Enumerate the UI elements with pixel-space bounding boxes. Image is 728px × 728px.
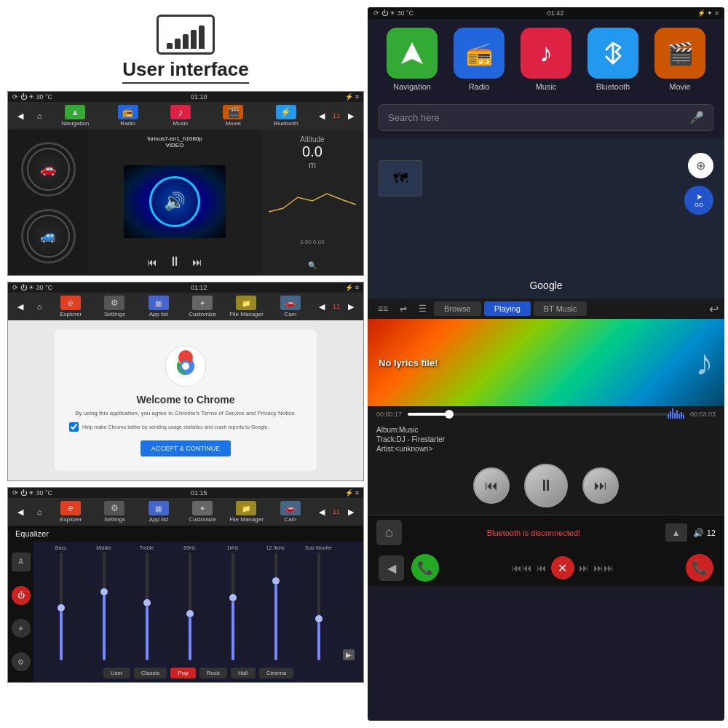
nav2-next-btn[interactable]: ▶ (343, 298, 359, 314)
nav3-settings[interactable]: ⚙ Settings (94, 501, 135, 523)
app-radio[interactable]: 📻 Radio (454, 28, 505, 91)
nav3-filemanager[interactable]: 📁 File Manager (226, 501, 266, 523)
eq-preset-user[interactable]: User (103, 668, 130, 678)
location-btn[interactable]: ⊕ (688, 153, 713, 178)
nav-music[interactable]: ♪ Music (156, 105, 205, 127)
go-btn[interactable]: ➤ GO (684, 186, 713, 215)
eq-preset-pop[interactable]: Pop (170, 668, 195, 678)
search-small-icon[interactable]: 🔍 (308, 261, 317, 269)
app-music[interactable]: ♪ Music (521, 28, 571, 91)
scroll-up-btn[interactable]: ▲ (665, 523, 687, 542)
search-placeholder: Search here (388, 112, 440, 123)
nav2-filemanager[interactable]: 📁 File Manager (226, 296, 266, 317)
speed-gauge: 🚗 (21, 142, 76, 197)
nav2-customize[interactable]: ✦ Customize (182, 296, 223, 317)
bt-forward-icon[interactable]: ⏭ (579, 562, 589, 574)
nav-radio[interactable]: 📻 Radio (103, 105, 152, 127)
waveform-viz (668, 407, 684, 419)
progress-bar[interactable] (408, 413, 684, 416)
tab-browse[interactable]: Browse (434, 301, 481, 316)
nav2-settings[interactable]: ⚙ Settings (94, 296, 135, 317)
bt-rewind-icon[interactable]: ⏮ (537, 562, 547, 574)
nav-back-btn[interactable]: ◀ (12, 108, 28, 124)
play-pause-btn[interactable]: ⏸ (168, 254, 181, 269)
chrome-accept-btn[interactable]: ACCEPT & CONTINUE (141, 440, 231, 456)
chrome-checkbox[interactable] (69, 422, 79, 432)
nav2-cam[interactable]: 🚗 Cam (270, 296, 311, 317)
radio-app-icon: 📻 (454, 28, 505, 79)
list-icon[interactable]: ☰ (414, 301, 431, 316)
app-bluetooth[interactable]: Bluetooth (587, 28, 638, 91)
nav-triangle-icon (397, 39, 427, 68)
screen1-navbar: ◀ ⌂ ▲ Navigation 📻 Radio ♪ Music 🎬 Movie… (8, 102, 363, 130)
track-label: Track:DJ - Firestarter (376, 435, 716, 444)
nav-next-btn[interactable]: ▶ (343, 108, 359, 124)
eq-preset-hall[interactable]: Hall (231, 668, 256, 678)
play-btn[interactable]: ⏸ (524, 464, 568, 507)
prev-track-btn[interactable]: ⏮ (147, 256, 157, 268)
nav3-next-btn[interactable]: ▶ (343, 504, 359, 520)
bt-media-controls: ⏮⏮ ⏮ ✕ ⏭ ⏭⏭ (446, 556, 678, 579)
screenshot-video: ⟳ ⏻ ☀ 30 °C 01:10 ⚡ ≡ ◀ ⌂ ▲ Navigation 📻… (7, 91, 364, 276)
search-bar[interactable]: Search here 🎤 (379, 104, 713, 131)
eq-preset-cinema[interactable]: Cinema (259, 668, 294, 678)
tab-playing[interactable]: Playing (484, 301, 531, 316)
eq-icon[interactable]: ≡≡ (373, 301, 392, 316)
nav2-prev-btn[interactable]: ◀ (314, 298, 330, 314)
next-track-btn[interactable]: ⏭ (192, 256, 202, 268)
music-visualizer: 🔊 (124, 165, 226, 238)
eq-preset-rock[interactable]: Rock (199, 668, 227, 678)
back-btn[interactable]: ◀ (379, 555, 404, 581)
music-back-icon[interactable]: ↩ (709, 302, 719, 316)
eq-expand-btn[interactable]: ▶ (343, 649, 355, 660)
eq-band-bass: Bass (41, 545, 81, 660)
right-statusbar: ⟳ ⏻ ☀ 30 °C 01:42 ⚡ ✦ ≡ (368, 7, 724, 19)
rpm-gauge: 🚙 (21, 209, 76, 264)
nav-prev-btn[interactable]: ◀ (314, 108, 330, 124)
prev-btn[interactable]: ⏮ (473, 467, 510, 504)
signal-bars-icon (157, 15, 215, 55)
nav3-home-btn[interactable]: ⌂ (31, 504, 47, 520)
app-movie[interactable]: 🎬 Movie (654, 28, 705, 91)
app-navigation[interactable]: Navigation (387, 28, 438, 91)
end-call-btn[interactable]: 📞 (686, 554, 713, 582)
nav3-customize[interactable]: ✦ Customize (182, 501, 223, 523)
nav-navigation[interactable]: ▲ Navigation (50, 105, 100, 127)
eq-band-12khz: 12.5kHz (256, 545, 296, 660)
eq-preset-classic[interactable]: Classic (134, 668, 167, 678)
bt-next-icon[interactable]: ⏭⏭ (593, 562, 614, 574)
svg-marker-5 (401, 42, 423, 64)
next-btn[interactable]: ⏭ (582, 467, 619, 504)
nav3-cam[interactable]: 🚗 Cam (270, 501, 311, 523)
nav3-back-btn[interactable]: ◀ (12, 504, 28, 520)
screenshot-chrome: ⟳ ⏻ ☀ 30 °C 01:12 ⚡ ≡ ◀ ⌂ e Explorer ⚙ S… (7, 282, 364, 481)
call-btn[interactable]: 📞 (411, 554, 439, 582)
bt-prev-icon[interactable]: ⏮⏮ (512, 562, 532, 574)
chrome-checkbox-row: Help make Chrome better by sending usage… (69, 422, 302, 432)
home-btn[interactable]: ⌂ (376, 520, 402, 545)
nav2-back-btn[interactable]: ◀ (12, 298, 28, 314)
screen1-altitude: Altitude 0.0 m 0.00 0.00 🔍 (261, 130, 363, 275)
nav2-home-btn[interactable]: ⌂ (31, 298, 47, 314)
movie-app-icon: 🎬 (654, 28, 705, 79)
nav2-applist[interactable]: ▦ App list (138, 296, 179, 317)
video-info: furious7-tsr1_h1080p VIDEO (147, 135, 202, 149)
screenshot-equalizer: ⟳ ⏻ ☀ 30 °C 01:15 ⚡ ≡ ◀ ⌂ e Explorer ⚙ S… (7, 487, 364, 683)
bt-x-btn[interactable]: ✕ (551, 556, 574, 579)
nav-movie[interactable]: 🎬 Movie (208, 105, 258, 127)
eq-settings-btn[interactable]: ⚙ (12, 652, 31, 671)
nav3-explorer[interactable]: e Explorer (50, 501, 91, 523)
eq-brightness-btn[interactable]: ☀ (12, 619, 31, 638)
nav-bluetooth[interactable]: ⚡ Bluetooth (261, 105, 311, 127)
nav2-explorer[interactable]: e Explorer (50, 296, 91, 317)
nav-home-btn[interactable]: ⌂ (31, 108, 47, 124)
microphone-icon[interactable]: 🎤 (689, 111, 704, 124)
shuffle-icon[interactable]: ⇌ (395, 301, 411, 316)
eq-font-btn[interactable]: A (12, 553, 31, 571)
screen2-main: Welcome to Chrome By using this applicat… (8, 320, 363, 480)
map-tile: 🗺 (379, 160, 422, 197)
tab-bt-music[interactable]: BT Music (534, 301, 587, 316)
nav3-prev-btn[interactable]: ◀ (314, 504, 330, 520)
nav3-applist[interactable]: ▦ App list (138, 501, 179, 523)
eq-power-btn[interactable]: ⏻ (12, 586, 31, 605)
